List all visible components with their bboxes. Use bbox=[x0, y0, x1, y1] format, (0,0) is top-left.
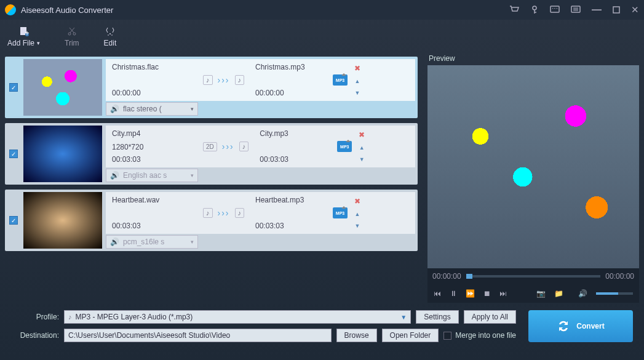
speaker-icon: 🔊 bbox=[110, 105, 119, 113]
menu-icon[interactable] bbox=[571, 6, 581, 14]
move-down-button[interactable]: ▼ bbox=[359, 156, 365, 162]
merge-label: Merge into one file bbox=[455, 331, 516, 340]
destination-input[interactable]: C:\Users\User\Documents\Aiseesoft Studio… bbox=[64, 329, 332, 342]
checkbox-icon bbox=[443, 332, 451, 340]
chevron-down-icon: ▾ bbox=[191, 172, 194, 178]
move-down-button[interactable]: ▼ bbox=[355, 223, 360, 229]
trim-button[interactable]: Trim bbox=[65, 26, 79, 47]
open-folder-icon[interactable]: 📁 bbox=[554, 289, 563, 298]
file-item[interactable]: ✓ Heartbeat.wav 00:03:03 ♪ ››› ♪ Heartbe… bbox=[5, 190, 418, 251]
main-area: ✓ Christmas.flac 00:00:00 ♪ ››› ♪ Christ… bbox=[0, 54, 644, 303]
audio-track-dropdown[interactable]: 🔊 English aac s ▾ bbox=[106, 169, 198, 182]
dest-duration: 00:03:03 bbox=[260, 155, 327, 164]
minimize-icon[interactable]: — bbox=[592, 4, 602, 15]
file-item[interactable]: ✓ City.mp4 1280*720 00:03:03 2D ››› ♪ bbox=[5, 123, 418, 185]
merge-checkbox[interactable]: Merge into one file bbox=[443, 331, 516, 340]
add-file-label: Add File bbox=[7, 39, 34, 47]
file-checkbox[interactable]: ✓ bbox=[9, 216, 18, 225]
svg-point-19 bbox=[111, 34, 113, 36]
dest-duration: 00:00:00 bbox=[255, 89, 323, 97]
snapshot-button[interactable]: 📷 bbox=[536, 289, 546, 298]
file-thumbnail[interactable] bbox=[23, 192, 102, 249]
add-file-button[interactable]: + Add File▾ bbox=[7, 26, 40, 47]
mp3-icon: MP3 bbox=[333, 207, 348, 218]
dest-format-badge: ♪ bbox=[239, 142, 249, 151]
cart-icon[interactable] bbox=[509, 6, 519, 14]
svg-point-13 bbox=[68, 33, 71, 35]
file-thumbnail[interactable] bbox=[23, 59, 102, 116]
audio-track-dropdown[interactable]: 🔊 pcm_s16le s ▾ bbox=[106, 235, 198, 249]
file-item[interactable]: ✓ Christmas.flac 00:00:00 ♪ ››› ♪ Christ… bbox=[5, 57, 418, 118]
file-checkbox[interactable]: ✓ bbox=[9, 83, 18, 92]
titlebar-controls: ··· — ✕ bbox=[509, 4, 639, 15]
profile-dropdown[interactable]: ♪ MP3 - MPEG Layer-3 Audio (*.mp3) ▼ bbox=[64, 310, 411, 324]
preview-label: Preview bbox=[427, 54, 639, 63]
chevron-down-icon: ▾ bbox=[37, 40, 40, 46]
mp3-icon: MP3 bbox=[333, 74, 348, 86]
move-up-button[interactable]: ▲ bbox=[359, 145, 365, 151]
file-thumbnail[interactable] bbox=[23, 126, 102, 182]
audio-track-label: pcm_s16le s bbox=[123, 238, 164, 246]
svg-point-18 bbox=[108, 34, 109, 36]
remove-file-button[interactable]: ✖ bbox=[354, 197, 360, 206]
svg-point-17 bbox=[109, 33, 111, 34]
dest-filename: Christmas.mp3 bbox=[255, 63, 323, 71]
dest-duration: 00:03:03 bbox=[255, 222, 323, 230]
move-down-button[interactable]: ▼ bbox=[355, 90, 360, 96]
audio-track-dropdown[interactable]: 🔊 flac stereo ( ▾ bbox=[106, 102, 198, 116]
convert-label: Convert bbox=[576, 322, 604, 330]
volume-slider[interactable] bbox=[596, 292, 633, 295]
timeline-thumb[interactable] bbox=[466, 274, 472, 279]
app-title: Aiseesoft Audio Converter bbox=[21, 6, 509, 15]
profile-label: Profile: bbox=[11, 313, 59, 321]
remove-file-button[interactable]: ✖ bbox=[354, 64, 360, 73]
svg-text:···: ··· bbox=[552, 6, 558, 12]
source-filename: Heartbeat.wav bbox=[112, 196, 192, 204]
dest-format-badge: ♪ bbox=[235, 75, 245, 85]
apply-all-button[interactable]: Apply to All bbox=[464, 310, 516, 324]
edit-label: Edit bbox=[104, 39, 117, 47]
open-folder-button[interactable]: Open Folder bbox=[382, 329, 439, 342]
chevron-down-icon: ▼ bbox=[400, 314, 407, 321]
speaker-icon: 🔊 bbox=[110, 171, 119, 180]
source-format-badge: ♪ bbox=[203, 75, 213, 85]
browse-button[interactable]: Browse bbox=[336, 329, 377, 342]
remove-file-button[interactable]: ✖ bbox=[359, 130, 365, 139]
profile-value: MP3 - MPEG Layer-3 Audio (*.mp3) bbox=[76, 313, 193, 321]
titlebar: Aiseesoft Audio Converter ··· — ✕ bbox=[0, 0, 644, 20]
close-icon[interactable]: ✕ bbox=[631, 4, 639, 15]
language-icon[interactable]: ··· bbox=[550, 6, 560, 14]
source-resolution: 1280*720 bbox=[112, 143, 192, 151]
convert-icon bbox=[557, 319, 570, 333]
svg-point-14 bbox=[73, 33, 76, 35]
dest-format-badge: ♪ bbox=[235, 208, 245, 218]
preview-media[interactable] bbox=[427, 65, 639, 268]
toolbar: + Add File▾ Trim Edit bbox=[0, 20, 644, 54]
source-duration: 00:03:03 bbox=[112, 155, 192, 164]
chevron-down-icon: ▾ bbox=[191, 239, 194, 245]
convert-button[interactable]: Convert bbox=[528, 310, 633, 342]
settings-button[interactable]: Settings bbox=[416, 310, 458, 324]
fast-forward-button[interactable]: ⏩ bbox=[466, 289, 475, 298]
preview-panel: Preview 00:00:00 00:00:00 ⏮ ⏸ ⏩ ⏹ ⏭ 📷 📁 … bbox=[423, 54, 644, 303]
timeline-track[interactable] bbox=[466, 275, 601, 278]
file-checkbox[interactable]: ✓ bbox=[9, 150, 18, 158]
pause-button[interactable]: ⏸ bbox=[450, 289, 457, 298]
svg-point-0 bbox=[533, 6, 536, 10]
svg-rect-9 bbox=[613, 7, 619, 13]
edit-button[interactable]: Edit bbox=[104, 26, 117, 47]
prev-button[interactable]: ⏮ bbox=[434, 289, 441, 298]
dest-filename: City.mp3 bbox=[260, 129, 327, 138]
key-icon[interactable] bbox=[530, 6, 539, 14]
move-up-button[interactable]: ▲ bbox=[355, 78, 360, 84]
maximize-icon[interactable] bbox=[613, 6, 620, 14]
stop-button[interactable]: ⏹ bbox=[483, 289, 491, 298]
next-button[interactable]: ⏭ bbox=[499, 289, 507, 298]
volume-icon[interactable]: 🔊 bbox=[578, 289, 587, 298]
source-duration: 00:00:00 bbox=[112, 89, 192, 97]
app-logo-icon bbox=[5, 4, 16, 15]
source-format-badge: 2D bbox=[203, 142, 217, 151]
source-format-badge: ♪ bbox=[203, 208, 213, 218]
move-up-button[interactable]: ▲ bbox=[355, 211, 360, 217]
chevron-down-icon: ▾ bbox=[191, 106, 194, 112]
